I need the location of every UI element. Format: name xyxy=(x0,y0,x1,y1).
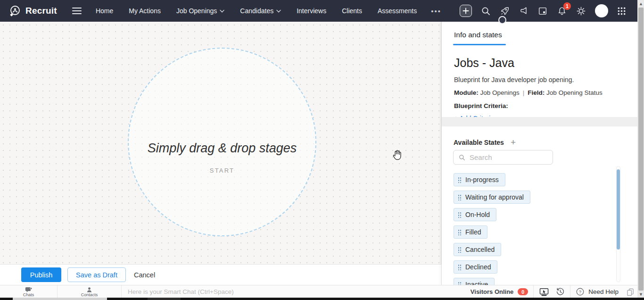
module-value: Job Openings xyxy=(480,89,520,96)
whats-new-rocket-icon[interactable] xyxy=(500,6,510,16)
recruit-logo-icon xyxy=(8,5,21,17)
statusbar-right-cluster: Visitors Online 0 ? Need Help xyxy=(471,285,635,298)
tab-info-and-states[interactable]: Info and states xyxy=(454,31,502,39)
visitors-online-label: Visitors Online xyxy=(471,288,514,295)
search-icon[interactable] xyxy=(481,6,491,16)
need-help-label[interactable]: Need Help xyxy=(588,288,619,295)
state-chip[interactable]: On-Hold xyxy=(454,208,496,221)
settings-gear-icon[interactable] xyxy=(576,6,586,16)
state-chip-label: On-Hold xyxy=(465,211,490,218)
available-states-list: In-progress Waiting for approval On-Hold… xyxy=(454,173,530,285)
state-chip-label: Filled xyxy=(465,228,481,236)
clipboard-icon[interactable] xyxy=(626,288,635,296)
blueprint-title: Jobs - Java xyxy=(454,56,625,70)
blueprint-canvas[interactable]: Simply drag & drop stages START xyxy=(0,22,441,264)
nav-item[interactable]: Job Openings xyxy=(176,7,224,15)
state-chip-label: In-progress xyxy=(465,176,499,183)
blueprint-action-bar: Publish Save as Draft Cancel xyxy=(0,264,441,285)
states-scrollbar-thumb[interactable] xyxy=(617,169,620,250)
state-chip-label: Cancelled xyxy=(465,246,495,253)
history-icon[interactable] xyxy=(556,287,565,296)
drag-handle-icon[interactable] xyxy=(458,229,461,235)
drag-handle-icon[interactable] xyxy=(458,247,461,253)
notifications-bell-icon[interactable]: 1 xyxy=(557,6,567,16)
svg-text:?: ? xyxy=(579,289,581,294)
states-scrollbar-track[interactable] xyxy=(616,166,620,282)
available-states-header: Available States + xyxy=(454,138,516,147)
visitors-count-badge: 0 xyxy=(518,288,528,295)
search-icon xyxy=(459,154,465,161)
state-chip-label: Declined xyxy=(465,263,491,271)
create-new-button[interactable] xyxy=(460,5,472,17)
state-chip[interactable]: Cancelled xyxy=(454,243,501,256)
nav-item[interactable]: Assessments xyxy=(378,7,417,15)
section-divider xyxy=(442,117,637,126)
publish-button[interactable]: Publish xyxy=(21,267,61,282)
drag-handle-icon[interactable] xyxy=(458,264,461,270)
nav-more-button[interactable]: ••• xyxy=(431,7,441,15)
blueprint-description: Blueprint for Java developer job opening… xyxy=(454,76,625,83)
drag-handle-icon[interactable] xyxy=(458,194,461,200)
brand-name: Recruit xyxy=(25,6,57,16)
walkthrough-dot xyxy=(498,16,506,24)
calendar-icon[interactable] xyxy=(537,6,548,16)
stage-drop-zone[interactable]: Simply drag & drop stages START xyxy=(128,48,316,236)
announcement-icon[interactable] xyxy=(519,6,528,16)
browser-scrollbar-thumb[interactable] xyxy=(638,8,644,291)
drag-handle-icon[interactable] xyxy=(458,177,461,183)
smart-chat-input[interactable]: Here is your Smart Chat (Ctrl+Space) xyxy=(128,288,234,295)
states-search-input[interactable] xyxy=(470,153,540,161)
scroll-up-arrow[interactable]: ▲ xyxy=(639,2,643,6)
chats-label: Chats xyxy=(23,292,34,297)
nav-item[interactable]: Candidates xyxy=(240,7,281,15)
drag-handle-icon[interactable] xyxy=(458,212,461,218)
module-field-line: Module: Job Openings|Field: Job Opening … xyxy=(454,89,625,96)
hand-cursor xyxy=(392,149,403,162)
top-navbar: Recruit Home My Actions Job Openings Can… xyxy=(0,0,637,22)
visitor-tracking-icon[interactable] xyxy=(539,288,549,296)
notification-badge: 1 xyxy=(563,2,571,10)
contacts-label: Contacts xyxy=(81,292,98,297)
browser-scrollbar[interactable]: ▲ ▼ xyxy=(637,0,644,300)
app-logo[interactable]: Recruit xyxy=(8,5,57,17)
chats-tab[interactable]: Chats xyxy=(0,285,58,298)
info-and-states-panel: Info and states Jobs - Java Blueprint fo… xyxy=(441,22,637,285)
divider xyxy=(533,285,534,298)
state-chip[interactable]: In-progress xyxy=(454,173,505,186)
state-chip[interactable]: Waiting for approval xyxy=(454,191,530,204)
bottom-edge-strip xyxy=(0,298,644,300)
available-states-title: Available States xyxy=(454,139,504,146)
blueprint-info-section: Jobs - Java Blueprint for Java developer… xyxy=(442,46,637,123)
nav-item[interactable]: Interviews xyxy=(297,7,326,15)
blueprint-criteria-label: Blueprint Criteria: xyxy=(454,102,625,109)
panel-tabbar: Info and states xyxy=(442,22,637,46)
state-chip[interactable]: Declined xyxy=(454,260,497,274)
start-label: START xyxy=(210,167,234,174)
module-label: Module: xyxy=(454,89,479,96)
contacts-tab[interactable]: Contacts xyxy=(58,285,122,298)
add-state-button[interactable]: + xyxy=(511,138,516,147)
drag-handle-icon[interactable] xyxy=(458,282,461,285)
app-grid-icon[interactable] xyxy=(617,7,626,16)
nav-item[interactable]: Home xyxy=(96,7,113,15)
help-question-icon[interactable]: ? xyxy=(576,287,585,296)
hamburger-menu-icon[interactable] xyxy=(72,8,82,14)
save-as-draft-button[interactable]: Save as Draft xyxy=(67,267,126,282)
chevron-down-icon xyxy=(220,9,224,13)
active-tab-underline xyxy=(453,44,506,45)
nav-icon-cluster: 1 xyxy=(460,4,626,17)
nav-item[interactable]: Clients xyxy=(342,7,362,15)
bottom-statusbar: Chats Contacts Here is your Smart Chat (… xyxy=(0,285,637,298)
chevron-down-icon xyxy=(276,9,281,13)
main-nav: Home My Actions Job Openings Candidates … xyxy=(96,7,417,15)
nav-item[interactable]: My Actions xyxy=(129,7,161,15)
user-avatar[interactable] xyxy=(595,4,608,17)
states-search-box[interactable] xyxy=(453,150,553,165)
cancel-button[interactable]: Cancel xyxy=(134,271,155,279)
state-chip[interactable]: Filled xyxy=(454,225,487,239)
drop-hint-text: Simply drag & drop stages xyxy=(148,141,297,156)
scroll-down-arrow[interactable]: ▼ xyxy=(639,292,643,296)
state-chip[interactable]: Inactive xyxy=(454,278,495,285)
field-label: Field: xyxy=(528,89,545,96)
state-chip-label: Inactive xyxy=(465,281,488,285)
